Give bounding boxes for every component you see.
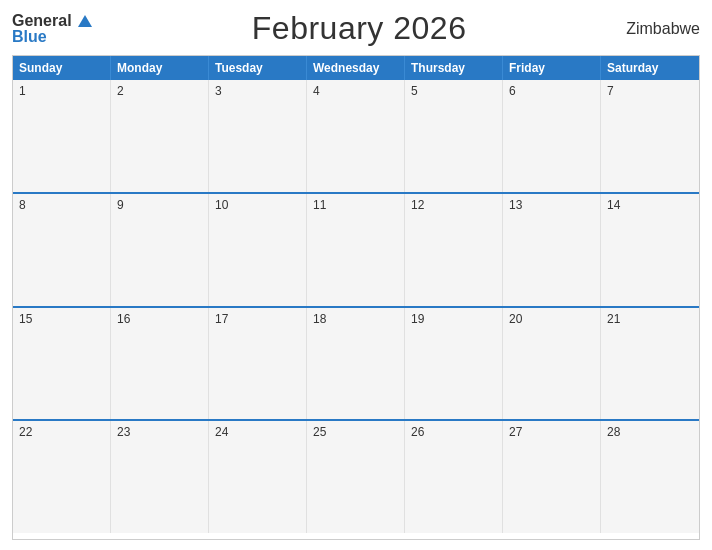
day-26: 26 [405,421,503,533]
day-8: 8 [13,194,111,306]
week-1: 1 2 3 4 5 6 7 [13,80,699,192]
day-11: 11 [307,194,405,306]
calendar-header-row: Sunday Monday Tuesday Wednesday Thursday… [13,56,699,80]
day-15: 15 [13,308,111,420]
logo-general-text: General [12,12,72,29]
day-13: 13 [503,194,601,306]
page: General Blue February 2026 Zimbabwe Sund… [0,0,712,550]
day-3: 3 [209,80,307,192]
day-18: 18 [307,308,405,420]
day-2: 2 [111,80,209,192]
col-saturday: Saturday [601,56,699,80]
col-sunday: Sunday [13,56,111,80]
day-16: 16 [111,308,209,420]
logo-blue-text: Blue [12,28,47,45]
day-1: 1 [13,80,111,192]
logo-top: General [12,13,92,29]
logo-triangle-icon [78,15,92,27]
day-21: 21 [601,308,699,420]
day-24: 24 [209,421,307,533]
day-5: 5 [405,80,503,192]
day-27: 27 [503,421,601,533]
day-4: 4 [307,80,405,192]
col-friday: Friday [503,56,601,80]
header: General Blue February 2026 Zimbabwe [12,10,700,47]
calendar-body: 1 2 3 4 5 6 7 8 9 10 11 12 13 14 15 16 [13,80,699,533]
col-monday: Monday [111,56,209,80]
day-19: 19 [405,308,503,420]
day-28: 28 [601,421,699,533]
day-17: 17 [209,308,307,420]
day-14: 14 [601,194,699,306]
day-6: 6 [503,80,601,192]
week-4: 22 23 24 25 26 27 28 [13,419,699,533]
calendar: Sunday Monday Tuesday Wednesday Thursday… [12,55,700,540]
day-7: 7 [601,80,699,192]
country-label: Zimbabwe [626,20,700,38]
col-wednesday: Wednesday [307,56,405,80]
week-2: 8 9 10 11 12 13 14 [13,192,699,306]
week-3: 15 16 17 18 19 20 21 [13,306,699,420]
day-23: 23 [111,421,209,533]
col-thursday: Thursday [405,56,503,80]
day-25: 25 [307,421,405,533]
day-9: 9 [111,194,209,306]
day-22: 22 [13,421,111,533]
day-20: 20 [503,308,601,420]
col-tuesday: Tuesday [209,56,307,80]
logo: General Blue [12,13,92,45]
calendar-title: February 2026 [252,10,467,47]
day-10: 10 [209,194,307,306]
day-12: 12 [405,194,503,306]
